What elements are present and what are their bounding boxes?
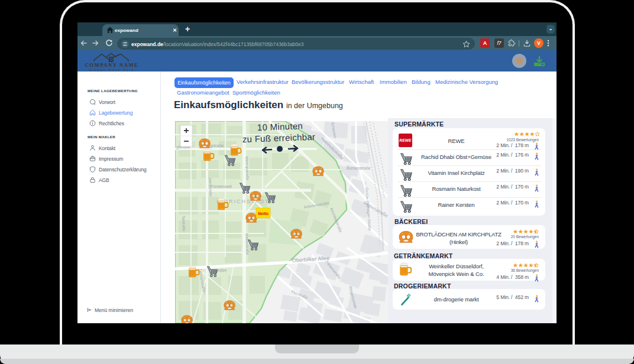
svg-text:Jahnstraße: Jahnstraße	[208, 177, 213, 197]
svg-text:10 Minuten: 10 Minuten	[257, 121, 303, 132]
svg-text:Talstraße: Talstraße	[182, 216, 186, 232]
svg-text:Mirkerstraße: Mirkerstraße	[245, 233, 250, 255]
svg-text:Netto: Netto	[258, 212, 269, 216]
svg-text:Fürstenwall: Fürstenwall	[211, 184, 232, 188]
svg-text:Bunsenstraße: Bunsenstraße	[347, 166, 371, 170]
